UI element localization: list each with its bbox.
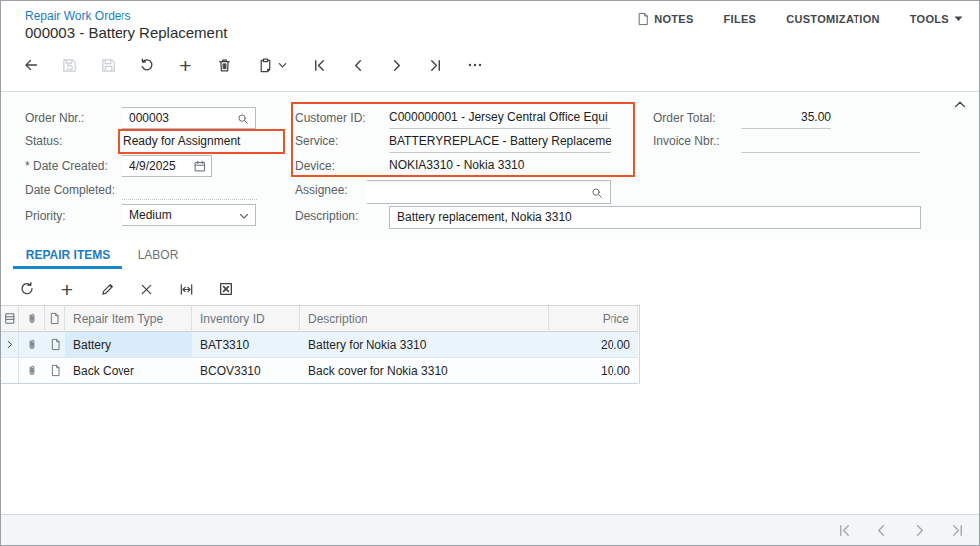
undo-icon[interactable] [127, 50, 166, 80]
add-icon[interactable]: + [166, 50, 205, 80]
order-nbr-value: 000003 [122, 108, 239, 128]
add-row-icon[interactable]: + [47, 275, 87, 303]
table-cell-inventory-id[interactable]: BAT3310 [192, 332, 300, 358]
repair-items-table: Repair Item Type Inventory ID Descriptio… [1, 305, 640, 384]
previous-page-icon[interactable] [869, 518, 893, 542]
paperclip-icon[interactable] [19, 358, 45, 384]
search-icon[interactable] [590, 186, 604, 200]
page-title: 000003 - Battery Replacement [25, 24, 227, 41]
order-total-value: 35.00 [741, 107, 831, 129]
edit-row-icon[interactable] [87, 275, 126, 303]
grid-settings-icon[interactable] [1, 306, 19, 332]
repair-work-order-window: Repair Work Orders 000003 - Battery Repl… [0, 0, 980, 546]
chevron-down-icon [278, 62, 287, 69]
column-header-inventory-id[interactable]: Inventory ID [192, 306, 300, 332]
previous-record-icon[interactable] [339, 50, 377, 80]
column-header-repair-item-type[interactable]: Repair Item Type [65, 306, 192, 332]
description-value: Battery replacement, Nokia 3310 [390, 207, 915, 228]
files-label: FILES [724, 13, 757, 25]
files-button[interactable]: FILES [724, 13, 757, 25]
last-page-icon[interactable] [945, 518, 969, 542]
customer-id-label: Customer ID: [295, 111, 366, 125]
back-arrow-icon[interactable] [11, 50, 50, 80]
column-header-price[interactable]: Price [549, 306, 638, 332]
grid-pager [832, 515, 969, 545]
order-nbr-field[interactable]: 000003 [122, 107, 256, 129]
priority-dropdown[interactable]: Medium [122, 204, 256, 226]
next-page-icon[interactable] [907, 518, 931, 542]
first-page-icon[interactable] [832, 518, 856, 542]
assignee-field[interactable] [367, 180, 611, 204]
more-icon[interactable] [455, 50, 494, 80]
save-icon [89, 50, 127, 80]
table-cell-price[interactable]: 10.00 [549, 358, 638, 384]
order-nbr-label: Order Nbr.: [25, 111, 84, 125]
paperclip-icon[interactable] [19, 332, 45, 358]
date-completed-value[interactable] [122, 179, 257, 200]
date-created-field[interactable]: 4/9/2025 [122, 155, 212, 177]
date-created-value: 4/9/2025 [122, 156, 191, 176]
caret-down-icon [954, 16, 963, 22]
row-selector-icon[interactable] [1, 332, 19, 358]
notes-button[interactable]: NOTES [637, 12, 693, 26]
tools-menu-button[interactable]: TOOLS [910, 13, 963, 25]
status-label: Status: [25, 135, 62, 148]
table-cell-price[interactable]: 20.00 [549, 332, 638, 358]
search-icon[interactable] [236, 112, 250, 126]
column-header-description[interactable]: Description [300, 306, 549, 332]
status-value: Ready for Assignment [123, 132, 281, 153]
table-cell-repair-item-type[interactable]: Battery [65, 332, 192, 358]
fit-width-icon[interactable] [166, 275, 206, 303]
device-label: Device: [295, 159, 335, 173]
customer-id-value[interactable]: C000000001 - Jersey Central Office Equi [389, 107, 611, 129]
service-label: Service: [295, 135, 338, 148]
clipboard-icon [257, 57, 274, 74]
last-record-icon[interactable] [416, 50, 455, 80]
refresh-icon[interactable] [7, 275, 47, 303]
table-cell-description[interactable]: Battery for Nokia 3310 [300, 332, 549, 358]
customization-button[interactable]: CUSTOMIZATION [786, 13, 880, 25]
record-toolbar: + [11, 48, 494, 82]
description-field[interactable]: Battery replacement, Nokia 3310 [389, 206, 921, 229]
note-file-icon[interactable] [45, 358, 65, 384]
delete-icon[interactable] [205, 50, 244, 80]
export-excel-icon[interactable] [206, 275, 246, 303]
first-record-icon[interactable] [300, 50, 339, 80]
row-selector-empty[interactable] [1, 358, 19, 384]
attachments-column-header-paperclip-icon[interactable] [19, 306, 45, 332]
breadcrumb[interactable]: Repair Work Orders [25, 9, 130, 23]
tab-labor[interactable]: LABOR [130, 244, 186, 266]
date-completed-label: Date Completed: [25, 183, 115, 197]
clipboard-menu-button[interactable] [244, 50, 300, 80]
chevron-down-icon[interactable] [239, 213, 249, 220]
tools-label: TOOLS [910, 13, 949, 25]
notes-column-header-file-icon[interactable] [45, 306, 65, 332]
calendar-icon[interactable] [193, 159, 207, 174]
top-menu: NOTES FILES CUSTOMIZATION TOOLS [637, 12, 963, 26]
priority-label: Priority: [25, 209, 66, 223]
service-value[interactable]: BATTERYREPLACE - Battery Replaceme [389, 132, 611, 153]
summary-form: Order Nbr.: 000003 Status: Ready for Ass… [1, 91, 979, 239]
next-record-icon[interactable] [377, 50, 416, 80]
grid-status-bar [1, 514, 979, 545]
delete-row-icon[interactable] [126, 275, 166, 303]
tab-repair-items[interactable]: REPAIR ITEMS [13, 244, 122, 269]
save-and-refresh-icon [50, 50, 89, 80]
priority-value: Medium [122, 205, 237, 225]
note-page-icon [637, 12, 649, 26]
order-total-label: Order Total: [653, 111, 715, 125]
collapse-panel-icon[interactable] [953, 98, 967, 110]
invoice-nbr-value [741, 132, 920, 153]
description-label: Description: [295, 209, 358, 223]
assignee-label: Assignee: [295, 183, 348, 197]
notes-label: NOTES [654, 13, 693, 25]
table-cell-description[interactable]: Back cover for Nokia 3310 [300, 358, 549, 384]
note-file-icon[interactable] [45, 332, 65, 358]
customization-label: CUSTOMIZATION [786, 13, 880, 25]
grid-toolbar: + [7, 275, 246, 303]
table-cell-repair-item-type[interactable]: Back Cover [65, 358, 192, 384]
date-created-label: * Date Created: [25, 159, 108, 173]
device-value[interactable]: NOKIA3310 - Nokia 3310 [389, 155, 611, 177]
invoice-nbr-label: Invoice Nbr.: [653, 135, 720, 148]
table-cell-inventory-id[interactable]: BCOV3310 [192, 358, 300, 384]
